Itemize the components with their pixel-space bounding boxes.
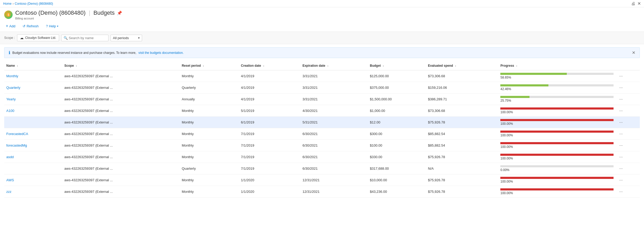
row-more-actions[interactable]: ··· <box>616 186 640 198</box>
table-row[interactable]: Quarterly aws-432263259397 (External ...… <box>4 82 640 94</box>
row-more-actions[interactable]: ··· <box>616 163 640 174</box>
more-button[interactable]: ··· <box>618 108 624 114</box>
row-budget: $330.00 <box>368 151 426 163</box>
table-row[interactable]: aws-432263259397 (External ... Quarterly… <box>4 163 640 174</box>
table-row[interactable]: zzz aws-432263259397 (External ... Month… <box>4 186 640 198</box>
row-expiration-date: 5/31/2021 <box>300 117 368 128</box>
col-reset-period[interactable]: Reset period ↕ <box>180 61 239 70</box>
row-budget: $10,000.00 <box>368 174 426 186</box>
col-scope[interactable]: Scope ↕ <box>62 61 180 70</box>
search-input[interactable] <box>69 36 103 40</box>
row-creation-date: 4/1/2019 <box>239 94 300 105</box>
more-button[interactable]: ··· <box>618 96 624 102</box>
info-link[interactable]: visit the budgets documentation. <box>138 51 184 55</box>
row-name[interactable]: Yearly <box>4 94 62 105</box>
more-button[interactable]: ··· <box>618 166 624 172</box>
help-button[interactable]: ? Help ▾ <box>44 23 60 29</box>
table-row[interactable]: AWS aws-432263259397 (External ... Month… <box>4 174 640 186</box>
row-evaluated-spend: $73,306.68 <box>426 105 498 117</box>
row-more-actions[interactable]: ··· <box>616 174 640 186</box>
row-name[interactable]: AWS <box>4 174 62 186</box>
row-creation-date: 1/1/2020 <box>239 186 300 198</box>
col-progress[interactable]: Progress ↕ <box>498 61 615 70</box>
row-evaluated-spend: $159,216.06 <box>426 82 498 94</box>
row-scope: aws-432263259397 (External ... <box>62 128 180 140</box>
refresh-icon: ↺ <box>23 24 25 28</box>
table-row[interactable]: asdd aws-432263259397 (External ... Mont… <box>4 151 640 163</box>
row-name[interactable]: asdd <box>4 151 62 163</box>
col-evaluated-spend[interactable]: Evaluated spend ↕ <box>426 61 498 70</box>
row-name <box>4 117 62 128</box>
header-subtitle: Billing account <box>15 17 122 20</box>
table-row[interactable]: A100 aws-432263259397 (External ... Mont… <box>4 105 640 117</box>
table-row[interactable]: Monthly aws-432263259397 (External ... M… <box>4 70 640 82</box>
row-reset-period: Monthly <box>180 70 239 82</box>
row-more-actions[interactable]: ··· <box>616 117 640 128</box>
row-evaluated-spend: $386,289.71 <box>426 94 498 105</box>
row-name[interactable]: Quarterly <box>4 82 62 94</box>
table-row[interactable]: aws-432263259397 (External ... Monthly 6… <box>4 117 640 128</box>
print-button[interactable]: 🖨 <box>631 1 635 6</box>
close-button[interactable]: ✕ <box>637 1 641 6</box>
row-more-actions[interactable]: ··· <box>616 82 640 94</box>
breadcrumb-separator: › <box>13 2 14 6</box>
breadcrumb-current: Contoso (Demo) (8608480) <box>15 2 53 6</box>
row-budget: $125,000.00 <box>368 70 426 82</box>
add-button[interactable]: + Add <box>4 23 17 29</box>
row-more-actions[interactable]: ··· <box>616 94 640 105</box>
row-name[interactable]: forecastedMg <box>4 140 62 151</box>
row-progress: 100.00% <box>498 186 615 198</box>
row-progress: 100.00% <box>498 151 615 163</box>
more-button[interactable]: ··· <box>618 131 624 137</box>
row-name[interactable]: Monthly <box>4 70 62 82</box>
row-scope: aws-432263259397 (External ... <box>62 117 180 128</box>
row-scope: aws-432263259397 (External ... <box>62 82 180 94</box>
period-select[interactable]: All periods ▾ <box>111 35 142 41</box>
banner-close-button[interactable]: ✕ <box>632 50 635 55</box>
row-scope: aws-432263259397 (External ... <box>62 151 180 163</box>
row-scope: aws-432263259397 (External ... <box>62 94 180 105</box>
pin-icon[interactable]: 📌 <box>117 11 122 15</box>
more-button[interactable]: ··· <box>618 189 624 195</box>
row-expiration-date: 12/31/2021 <box>300 186 368 198</box>
row-reset-period: Annually <box>180 94 239 105</box>
col-budget[interactable]: Budget ↕ <box>368 61 426 70</box>
breadcrumb-home[interactable]: Home <box>3 2 12 6</box>
row-creation-date: 4/1/2019 <box>239 70 300 82</box>
table-row[interactable]: forecastedMg aws-432263259397 (External … <box>4 140 640 151</box>
search-box[interactable]: 🔍 <box>61 35 108 41</box>
help-chevron-icon: ▾ <box>57 25 58 28</box>
col-creation-date[interactable]: Creation date ↕ <box>239 61 300 70</box>
row-budget: $1,000.00 <box>368 105 426 117</box>
more-button[interactable]: ··· <box>618 120 624 125</box>
header-icon: $ <box>4 11 13 19</box>
more-button[interactable]: ··· <box>618 143 624 148</box>
row-progress: 100.00% <box>498 117 615 128</box>
row-more-actions[interactable]: ··· <box>616 70 640 82</box>
col-name[interactable]: Name ↕ <box>4 61 62 70</box>
row-more-actions[interactable]: ··· <box>616 151 640 163</box>
more-button[interactable]: ··· <box>618 85 624 91</box>
row-more-actions[interactable]: ··· <box>616 105 640 117</box>
refresh-button[interactable]: ↺ Refresh <box>21 23 40 29</box>
row-more-actions[interactable]: ··· <box>616 140 640 151</box>
scope-badge[interactable]: ☁ Cloudyn Software Ltd. <box>17 34 59 41</box>
more-button[interactable]: ··· <box>618 73 624 79</box>
row-reset-period: Monthly <box>180 140 239 151</box>
row-reset-period: Monthly <box>180 105 239 117</box>
more-button[interactable]: ··· <box>618 154 624 160</box>
row-creation-date: 7/1/2019 <box>239 163 300 174</box>
info-message: Budget evaluations now include reserved … <box>12 51 136 55</box>
more-button[interactable]: ··· <box>618 177 624 183</box>
row-more-actions[interactable]: ··· <box>616 128 640 140</box>
col-expiration-date[interactable]: Expiration date ↕ <box>300 61 368 70</box>
row-name[interactable]: ForecastedCA <box>4 128 62 140</box>
row-scope: aws-432263259397 (External ... <box>62 186 180 198</box>
row-name[interactable]: A100 <box>4 105 62 117</box>
table-row[interactable]: Yearly aws-432263259397 (External ... An… <box>4 94 640 105</box>
row-expiration-date: 12/31/2021 <box>300 174 368 186</box>
row-name[interactable]: zzz <box>4 186 62 198</box>
table-row[interactable]: ForecastedCA aws-432263259397 (External … <box>4 128 640 140</box>
row-expiration-date: 6/30/2021 <box>300 151 368 163</box>
row-evaluated-spend: $75,926.78 <box>426 151 498 163</box>
